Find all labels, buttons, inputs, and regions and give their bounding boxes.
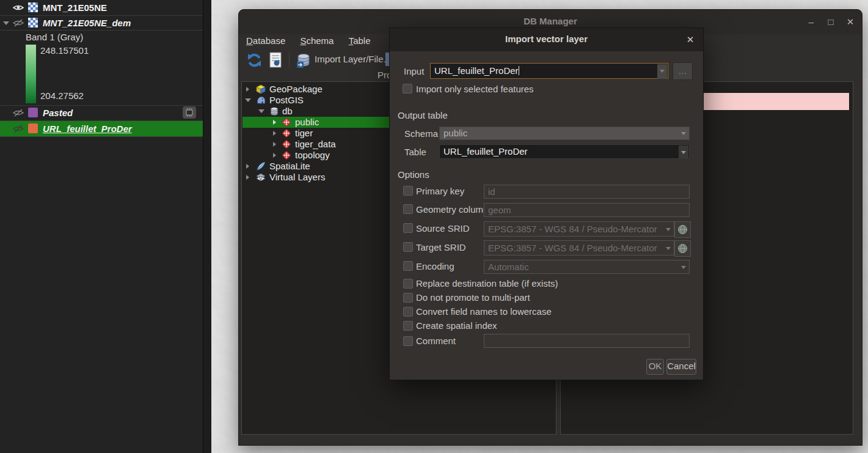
schema-label: Schema [404, 128, 438, 139]
layer-row-mnt[interactable]: MNT_21E05NE [0, 1, 203, 15]
encoding-combobox[interactable]: Automatic [484, 260, 690, 274]
maximize-button[interactable]: □ [823, 14, 839, 30]
geometry-column-label[interactable]: Geometry column [416, 204, 488, 215]
no-multipart-checkbox[interactable] [403, 293, 413, 303]
chip-icon[interactable] [182, 106, 197, 119]
menu-table[interactable]: Table [344, 34, 376, 47]
replace-table-label[interactable]: Replace destination table (if exists) [416, 278, 558, 289]
raster-checker-icon [28, 2, 38, 12]
layer-name[interactable]: MNT_21E05NE_dem [43, 18, 131, 28]
expand-arrow-icon[interactable] [246, 87, 249, 92]
no-multipart-label[interactable]: Do not promote to multi-part [416, 292, 530, 303]
lowercase-names-label[interactable]: Convert field names to lowercase [416, 306, 552, 317]
tree-label[interactable]: SpatiaLite [269, 161, 310, 172]
geometry-column-field[interactable]: geom [484, 203, 690, 217]
database-icon [269, 106, 279, 116]
encoding-label[interactable]: Encoding [416, 261, 454, 271]
postgis-icon [256, 95, 266, 105]
dropdown-segment[interactable] [679, 145, 688, 159]
minimize-button[interactable]: – [803, 14, 819, 30]
layer-row-url-selected[interactable]: URL_feuillet_ProDer [0, 121, 203, 136]
expand-arrow-icon[interactable] [273, 142, 276, 147]
target-srid-globe-button[interactable] [674, 240, 691, 257]
menu-schema[interactable]: Schema [295, 34, 338, 47]
layer-name[interactable]: Pasted [43, 108, 73, 118]
input-label: Input [404, 66, 424, 76]
close-button[interactable]: ✕ [842, 14, 858, 30]
expand-arrow-icon[interactable] [273, 153, 276, 158]
band-label: Band 1 (Gray) [26, 32, 83, 42]
primary-key-label[interactable]: Primary key [416, 186, 464, 196]
source-srid-globe-button[interactable] [674, 221, 691, 238]
tree-label[interactable]: db [282, 106, 293, 117]
layer-row-mnt-dem[interactable]: MNT_21E05NE_dem [0, 16, 203, 31]
comment-field[interactable] [484, 334, 690, 348]
tree-label[interactable]: tiger_data [295, 139, 336, 150]
divider [0, 136, 203, 137]
tree-label[interactable]: tiger [295, 128, 313, 139]
input-combobox[interactable]: URL_feuillet_ProDer [430, 63, 668, 79]
close-icon[interactable]: ✕ [684, 33, 697, 46]
dropdown-segment[interactable] [657, 64, 667, 79]
schema-value: public [443, 128, 467, 138]
eye-slash-icon[interactable] [13, 19, 24, 27]
legend-max: 248.157501 [40, 45, 89, 56]
lowercase-names-checkbox[interactable] [403, 307, 413, 317]
eye-slash-icon[interactable] [13, 125, 24, 133]
spatial-index-checkbox[interactable] [403, 321, 413, 331]
cancel-button[interactable]: Cancel [666, 359, 696, 375]
target-srid-label[interactable]: Target SRID [416, 242, 466, 252]
schema-combobox[interactable]: public [439, 127, 690, 140]
toolbar-separator [289, 53, 290, 67]
primary-key-checkbox[interactable] [403, 186, 413, 196]
encoding-checkbox[interactable] [403, 261, 413, 271]
comment-label[interactable]: Comment [416, 336, 456, 346]
tree-label[interactable]: PostGIS [269, 95, 304, 106]
import-layer-icon[interactable] [295, 51, 312, 68]
ok-button[interactable]: OK [646, 359, 664, 375]
primary-key-field[interactable]: id [484, 185, 690, 199]
refresh-icon[interactable] [246, 52, 263, 68]
comment-checkbox[interactable] [403, 336, 413, 346]
collapse-arrow-icon[interactable] [245, 98, 251, 102]
schema-diamond-icon [282, 117, 291, 127]
layer-name[interactable]: URL_feuillet_ProDer [43, 123, 132, 134]
expand-arrow-icon[interactable] [273, 131, 276, 136]
table-combobox[interactable]: URL_feuillet_ProDer [439, 144, 690, 159]
schema-diamond-icon [282, 128, 291, 138]
expand-arrow-icon[interactable] [3, 21, 9, 25]
tree-label[interactable]: topology [295, 150, 330, 161]
spatial-index-label[interactable]: Create spatial index [416, 320, 497, 331]
layer-row-pasted[interactable]: Pasted [0, 106, 203, 120]
collapse-arrow-icon[interactable] [258, 109, 264, 113]
eye-icon[interactable] [13, 4, 24, 12]
expand-arrow-icon[interactable] [246, 164, 249, 169]
target-srid-checkbox[interactable] [403, 242, 413, 252]
source-srid-checkbox[interactable] [403, 223, 413, 233]
tree-label[interactable]: GeoPackage [269, 84, 323, 95]
geometry-column-checkbox[interactable] [403, 204, 413, 214]
expand-arrow-icon[interactable] [273, 120, 276, 125]
dialog-titlebar[interactable]: Import vector layer ✕ [390, 28, 703, 51]
schema-diamond-icon [282, 150, 291, 160]
geopackage-icon [256, 84, 266, 94]
divider [0, 30, 203, 31]
tree-label[interactable]: public [295, 117, 319, 128]
menu-database[interactable]: Database [241, 34, 290, 47]
expand-arrow-icon[interactable] [246, 175, 249, 180]
eye-slash-icon[interactable] [13, 109, 24, 117]
import-layer-button[interactable]: Import Layer/File… [315, 54, 393, 64]
replace-table-checkbox[interactable] [403, 279, 413, 289]
import-selected-checkbox[interactable] [403, 84, 412, 94]
target-srid-value: EPSG:3857 - WGS 84 / Pseudo-Mercator [488, 243, 657, 253]
layer-name[interactable]: MNT_21E05NE [43, 2, 107, 13]
source-srid-label[interactable]: Source SRID [416, 223, 470, 234]
encoding-value: Automatic [488, 262, 529, 272]
import-selected-label[interactable]: Import only selected features [416, 84, 534, 94]
sql-window-icon[interactable] [268, 51, 283, 68]
browse-button[interactable]: … [673, 62, 693, 80]
source-srid-combobox[interactable]: EPSG:3857 - WGS 84 / Pseudo-Mercator [484, 221, 674, 237]
target-srid-combobox[interactable]: EPSG:3857 - WGS 84 / Pseudo-Mercator [484, 240, 674, 256]
tree-label[interactable]: Virtual Layers [269, 172, 325, 183]
table-value: URL_feuillet_ProDer [443, 146, 528, 157]
